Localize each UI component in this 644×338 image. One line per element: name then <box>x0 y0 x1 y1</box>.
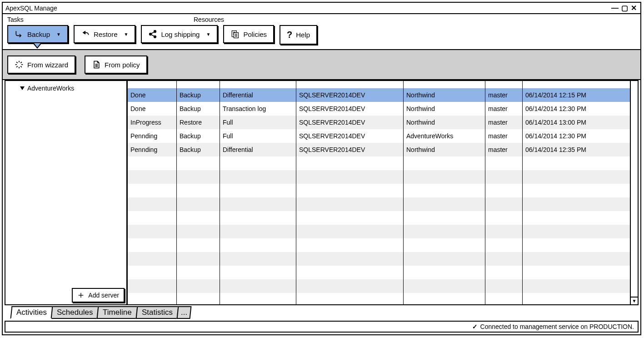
chevron-down-icon: ▼ <box>56 32 61 37</box>
table-row <box>128 252 638 266</box>
table-row[interactable]: PenndingBackupFullSQLSERVER2014DEVAdvent… <box>128 129 638 143</box>
scroll-down-icon[interactable]: ▼ <box>631 297 638 304</box>
add-server-button[interactable]: Add server <box>72 288 125 303</box>
cell-time: 06/14/2014 12:30 PM <box>523 102 638 116</box>
cell-type: Backup <box>177 143 220 156</box>
table-row <box>128 197 638 211</box>
add-server-label: Add server <box>88 292 119 299</box>
cell-status: Done <box>128 102 177 116</box>
bottom-tabs: ActivitiesSchedulesTimelineStatistics... <box>3 306 640 319</box>
spinner-icon <box>15 60 24 69</box>
table-row <box>128 293 638 304</box>
cell-user: master <box>485 143 523 156</box>
restore-button[interactable]: Restore ▼ <box>74 25 135 43</box>
table-row <box>128 225 638 238</box>
from-wizzard-button[interactable]: From wizzard <box>7 55 75 74</box>
backup-label: Backup <box>27 30 50 38</box>
cell-type: Backup <box>177 88 220 102</box>
tab-timeline[interactable]: Timeline <box>97 306 138 319</box>
window-title: ApexSQL Manage <box>5 5 57 12</box>
svg-point-0 <box>150 33 152 35</box>
help-icon: ? <box>287 30 292 40</box>
cell-type: Backup <box>177 129 220 143</box>
table-row[interactable]: DoneBackupTransaction logSQLSERVER2014DE… <box>128 102 638 116</box>
table-row[interactable]: DoneBackupDifferentialSQLSERVER2014DEVNo… <box>128 88 638 102</box>
cell-time: 06/14/2014 12:35 PM <box>523 143 638 156</box>
cell-db: Northwind <box>404 143 485 156</box>
window-controls: — ▢ ✕ <box>610 4 638 12</box>
cell-user: master <box>485 102 523 116</box>
table-panel: DoneBackupDifferentialSQLSERVER2014DEVNo… <box>127 81 638 304</box>
ribbon-section-labels: Tasks Resources <box>3 14 640 23</box>
tab-schedules[interactable]: Schedules <box>51 306 99 319</box>
table-row <box>128 238 638 252</box>
svg-point-2 <box>154 35 156 38</box>
close-button[interactable]: ✕ <box>630 4 638 12</box>
cell-server: SQLSERVER2014DEV <box>296 143 404 156</box>
backup-button[interactable]: Backup ▼ <box>7 25 68 43</box>
from-policy-button[interactable]: From policy <box>85 55 147 74</box>
main-content: AdventureWorks Add server Do <box>5 80 639 305</box>
svg-line-4 <box>151 35 154 36</box>
table-row[interactable]: InProgressRestoreFullSQLSERVER2014DEVNor… <box>128 116 638 129</box>
cell-db: AdventureWorks <box>404 129 485 143</box>
tab-statistics[interactable]: Statistics <box>136 306 179 319</box>
table-row <box>128 184 638 197</box>
cell-sub: Transaction log <box>220 102 296 116</box>
cell-user: master <box>485 116 523 129</box>
cell-time: 06/14/2014 12:15 PM <box>523 88 638 102</box>
main-toolbar: Backup ▼ Restore ▼ Log shipping ▼ <box>3 23 640 49</box>
cell-sub: Differential <box>220 143 296 156</box>
policies-icon <box>230 30 240 39</box>
active-pointer-icon <box>33 43 42 49</box>
svg-line-20 <box>20 62 22 63</box>
help-label: Help <box>296 31 310 39</box>
vertical-scrollbar[interactable]: ▼ <box>630 81 638 304</box>
share-icon <box>148 30 157 39</box>
titlebar: ApexSQL Manage — ▢ ✕ <box>3 3 640 14</box>
backup-arrow-icon <box>15 30 24 39</box>
table-row[interactable]: PenndingBackupDifferentialSQLSERVER2014D… <box>128 143 638 156</box>
log-shipping-label: Log shipping <box>161 30 200 38</box>
cell-db: Northwind <box>404 88 485 102</box>
log-shipping-button[interactable]: Log shipping ▼ <box>141 25 218 43</box>
tab-label: Schedules <box>57 308 93 317</box>
restore-label: Restore <box>94 30 118 38</box>
chevron-down-icon: ▼ <box>206 32 210 37</box>
tab-activities[interactable]: Activities <box>10 306 53 319</box>
check-icon: ✓ <box>472 323 478 330</box>
svg-point-1 <box>154 30 156 33</box>
cell-time: 06/14/2014 12:30 PM <box>523 129 638 143</box>
cell-status: InProgress <box>128 116 177 129</box>
cell-time: 06/14/2014 13:00 PM <box>523 116 638 129</box>
cell-status: Pennding <box>128 129 177 143</box>
maximize-button[interactable]: ▢ <box>620 4 629 12</box>
tab-more-label: ... <box>181 308 187 317</box>
tree-item-adventureworks[interactable]: AdventureWorks <box>10 84 122 93</box>
cell-sub: Full <box>220 129 296 143</box>
cell-user: master <box>485 129 523 143</box>
cell-status: Pennding <box>128 143 177 156</box>
tab-more[interactable]: ... <box>177 306 192 319</box>
cell-type: Backup <box>177 102 220 116</box>
cell-db: Northwind <box>404 102 485 116</box>
from-wizzard-label: From wizzard <box>27 61 68 69</box>
table-scroll[interactable]: DoneBackupDifferentialSQLSERVER2014DEVNo… <box>127 81 638 304</box>
app-window: ApexSQL Manage — ▢ ✕ Tasks Resources Bac… <box>2 2 641 335</box>
cell-server: SQLSERVER2014DEV <box>296 88 404 102</box>
policies-label: Policies <box>243 30 267 38</box>
cell-server: SQLSERVER2014DEV <box>296 116 404 129</box>
help-button[interactable]: ? Help <box>280 25 317 45</box>
minimize-button[interactable]: — <box>610 4 619 12</box>
policies-button[interactable]: Policies <box>223 25 274 43</box>
statusbar: ✓ Connected to management service on PRO… <box>5 321 639 333</box>
restore-arrow-icon <box>81 30 90 39</box>
from-policy-label: From policy <box>105 61 140 69</box>
table-row <box>128 170 638 184</box>
tree-body: AdventureWorks <box>5 81 126 286</box>
cell-type: Restore <box>177 116 220 129</box>
cell-db: Northwind <box>404 116 485 129</box>
svg-line-3 <box>151 32 154 33</box>
cell-user: master <box>485 88 523 102</box>
cell-server: SQLSERVER2014DEV <box>296 102 404 116</box>
